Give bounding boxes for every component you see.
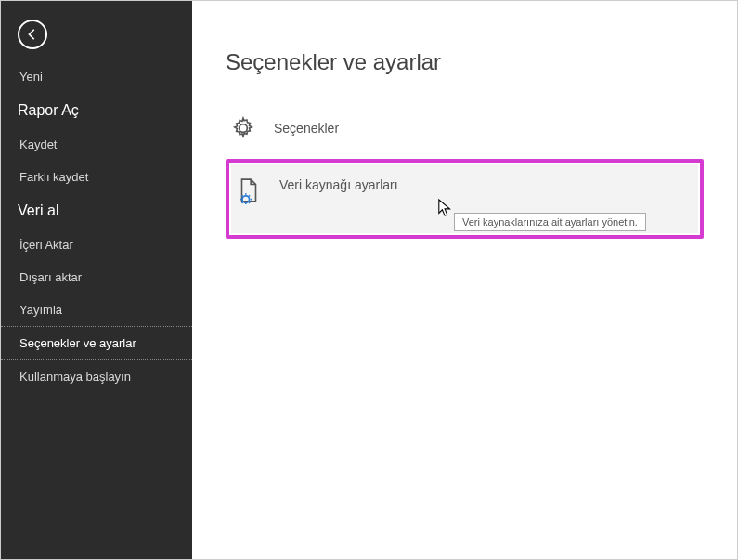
tooltip: Veri kaynaklarınıza ait ayarları yönetin…	[454, 213, 646, 231]
sidebar-item-get-started[interactable]: Kullanmaya başlayın	[1, 360, 192, 393]
back-arrow-icon	[26, 28, 39, 41]
sidebar-item-import[interactable]: İçeri Aktar	[1, 228, 192, 261]
sidebar-item-open-report[interactable]: Rapor Aç	[1, 93, 192, 128]
sidebar-item-get-data[interactable]: Veri al	[1, 193, 192, 228]
sidebar-item-export[interactable]: Dışarı aktar	[1, 261, 192, 293]
option-label: Veri kaynağı ayarları	[279, 177, 398, 192]
sidebar-item-options-settings[interactable]: Seçenekler ve ayarlar	[1, 326, 192, 360]
content-area: Seçenekler ve ayarlar Seçenekler	[192, 1, 737, 559]
page-title: Seçenekler ve ayarlar	[226, 49, 704, 75]
sidebar: Yeni Rapor Aç Kaydet Farklı kaydet Veri …	[1, 1, 192, 559]
option-data-source-settings[interactable]: Veri kaynağı ayarları Veri kaynaklarınız…	[231, 164, 698, 233]
cursor-icon	[437, 198, 454, 218]
gear-icon	[229, 114, 257, 142]
file-gear-icon	[235, 177, 263, 205]
sidebar-item-save-as[interactable]: Farklı kaydet	[1, 161, 192, 193]
option-label: Seçenekler	[274, 121, 339, 136]
sidebar-item-publish[interactable]: Yayımla	[1, 293, 192, 326]
back-button[interactable]	[18, 20, 47, 49]
option-options[interactable]: Seçenekler	[226, 101, 704, 155]
sidebar-item-save[interactable]: Kaydet	[1, 128, 192, 161]
highlight-annotation: Veri kaynağı ayarları Veri kaynaklarınız…	[226, 159, 704, 239]
sidebar-item-new[interactable]: Yeni	[1, 60, 192, 93]
